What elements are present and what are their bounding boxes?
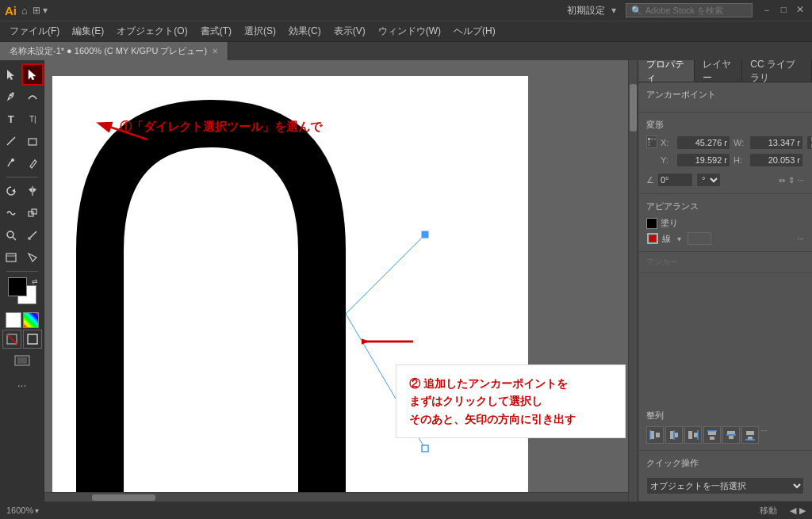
workspace-dropdown-icon[interactable]: ▾ (611, 5, 616, 16)
tool-row-paint (0, 152, 44, 174)
svg-marker-0 (7, 70, 14, 80)
align-more-button[interactable]: ··· (760, 426, 767, 444)
svg-marker-1 (29, 70, 36, 80)
quick-action-select[interactable]: オブジェクトを一括選択 (646, 477, 804, 494)
nav-prev-icon[interactable]: ◀ (790, 506, 796, 516)
svg-line-13 (13, 237, 16, 240)
tool-row-slice (0, 246, 44, 269)
align-bottom-edges-button[interactable] (741, 426, 759, 444)
appearance-section: アピアランス 塗り 線 ▾ ··· (638, 194, 812, 252)
svg-rect-55 (729, 436, 733, 439)
foreground-color-swatch[interactable] (8, 277, 27, 296)
cc-libraries-tab[interactable]: CC ライブラリ (742, 60, 812, 82)
swap-colors-icon[interactable]: ⇄ (32, 277, 38, 285)
layers-tab-label: レイヤー (703, 60, 734, 85)
touch-type-button[interactable]: T| (22, 108, 44, 130)
svg-marker-9 (33, 188, 36, 193)
home-icon[interactable]: ⌂ (21, 5, 28, 17)
selection-tool-button[interactable] (0, 63, 21, 86)
w-input[interactable] (749, 135, 803, 150)
window-controls: － □ ✕ (759, 4, 807, 17)
tab-close-button[interactable]: ✕ (212, 47, 218, 55)
measure-tool-button[interactable] (22, 224, 44, 246)
layers-tab[interactable]: レイヤー (695, 60, 743, 82)
transform-reference-point[interactable] (646, 135, 657, 148)
type-tool-button[interactable]: T (0, 108, 22, 130)
maximize-button[interactable]: □ (778, 4, 790, 17)
link-wh-button[interactable] (806, 135, 812, 150)
reflect-tool-button[interactable] (22, 180, 44, 202)
align-top-edges-button[interactable] (703, 426, 721, 444)
svg-rect-33 (651, 138, 653, 140)
extra-tools-row (0, 330, 45, 349)
drawing-mode-button[interactable] (10, 352, 35, 369)
line-tool-button[interactable] (0, 130, 22, 152)
flip-vertical-icon[interactable]: ⇕ (788, 176, 795, 185)
curvature-tool-button[interactable] (22, 86, 44, 108)
paintbrush-tool-button[interactable] (0, 152, 22, 174)
pen-tool-button[interactable] (0, 86, 22, 108)
right-panel: プロパティ レイヤー CC ライブラリ アンカーポイント 変形 X: (638, 60, 812, 502)
align-right-edges-button[interactable] (684, 426, 702, 444)
x-input[interactable] (676, 135, 730, 150)
more-tools-button[interactable]: ··· (10, 374, 35, 396)
stroke-indicator[interactable] (23, 330, 42, 349)
minimize-button[interactable]: － (759, 4, 775, 17)
menu-view[interactable]: 表示(V) (327, 21, 372, 41)
artboard-label: 移動 (760, 505, 777, 517)
menu-object[interactable]: オブジェクト(O) (110, 21, 193, 41)
y-input[interactable] (676, 153, 730, 167)
stroke-chevron[interactable]: ▾ (677, 235, 681, 243)
tab-label: 名称未設定-1* ● 1600% (C MY K/GPU プレビュー) (10, 45, 207, 57)
transform-more-button[interactable]: ··· (798, 176, 804, 185)
svg-rect-22 (28, 334, 37, 344)
zoom-chevron-icon[interactable]: ▾ (35, 506, 39, 515)
menu-effect[interactable]: 効果(C) (282, 21, 327, 41)
close-button[interactable]: ✕ (793, 4, 807, 17)
flip-horizontal-icon[interactable]: ⇔ (779, 176, 785, 185)
menu-edit[interactable]: 編集(E) (66, 21, 110, 41)
rect-tool-button[interactable] (22, 130, 44, 152)
scale-tool-button[interactable] (22, 202, 44, 224)
properties-tab[interactable]: プロパティ (638, 60, 695, 82)
stroke-color-swatch[interactable] (688, 232, 711, 245)
warp-tool-button[interactable] (0, 202, 22, 224)
align-center-horizontal-button[interactable] (665, 426, 683, 444)
menu-file[interactable]: ファイル(F) (3, 21, 66, 41)
toolbar-mode-icons[interactable]: ⊞ ▾ (33, 5, 48, 16)
h-input[interactable] (749, 153, 803, 167)
canvas-area[interactable]: ①「ダイレクト選択ツール」を選んで ② 追加したアンカーポイントを まずはクリッ… (44, 60, 638, 502)
angle-input[interactable] (657, 173, 693, 187)
menu-type[interactable]: 書式(T) (194, 21, 238, 41)
angle-row: ∠ ° ⇔ ⇕ ··· (646, 173, 804, 187)
gradient-swatch[interactable] (23, 312, 39, 328)
canvas-horizontal-scrollbar[interactable] (44, 492, 628, 502)
canvas-vertical-scrollbar[interactable] (628, 60, 638, 502)
svg-line-14 (29, 231, 36, 239)
search-box[interactable]: 🔍 Adobe Stock を検索 (626, 3, 753, 17)
menu-window[interactable]: ウィンドウ(W) (372, 21, 447, 41)
pencil-tool-button[interactable] (22, 152, 44, 174)
appearance-more-button[interactable]: ··· (798, 235, 804, 243)
menu-help[interactable]: ヘルプ(H) (447, 21, 502, 41)
direct-selection-tool-button[interactable] (21, 63, 44, 86)
none-fill-swatch[interactable] (6, 312, 21, 328)
nav-next-icon[interactable]: ▶ (799, 506, 806, 516)
angle-unit-select[interactable]: ° (696, 173, 721, 187)
align-left-edges-button[interactable] (646, 426, 664, 444)
artboard-tool-button[interactable] (0, 246, 22, 269)
svg-rect-52 (710, 437, 714, 440)
zoom-tool-button[interactable] (0, 224, 22, 246)
tool-divider-2 (6, 271, 38, 272)
svg-rect-27 (422, 445, 428, 452)
slice-tool-button[interactable] (22, 246, 44, 269)
align-center-vertical-button[interactable] (722, 426, 740, 444)
svg-rect-36 (648, 144, 650, 146)
tab-bar: 名称未設定-1* ● 1600% (C MY K/GPU プレビュー) ✕ (0, 41, 812, 60)
fill-indicator[interactable] (2, 330, 21, 349)
rotate-tool-button[interactable] (0, 180, 22, 202)
document-tab[interactable]: 名称未設定-1* ● 1600% (C MY K/GPU プレビュー) ✕ (0, 42, 228, 60)
fill-swatch[interactable] (646, 218, 657, 229)
menu-select[interactable]: 選択(S) (238, 21, 282, 41)
svg-rect-32 (648, 138, 650, 140)
